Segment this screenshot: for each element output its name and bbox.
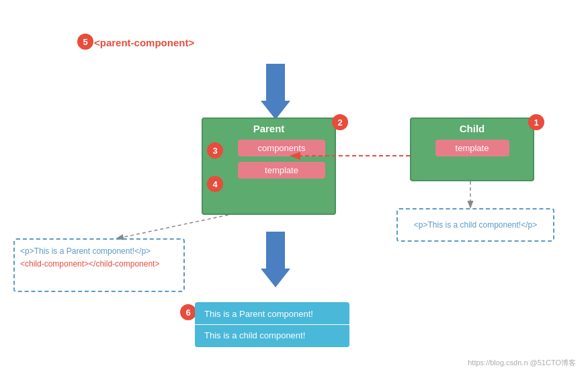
result-line2: This is a child component! [195,325,349,347]
badge-2: 2 [332,114,348,130]
arrow-head-mid [261,269,290,287]
arrow-head-top [261,101,290,120]
components-btn: components [238,140,325,156]
parent-component-label: <parent-component> [94,37,194,48]
components-row: components [222,140,335,156]
parent-box-to-template-arrow [118,215,228,238]
badge-1: 1 [528,114,544,130]
child-template-text: <p>This is a child component!</p> [414,220,537,230]
arrow-down-top [261,64,290,120]
parent-template-line1: <p>This is a Parent component!</p> [20,245,178,258]
child-box: Child template [410,117,534,181]
arrow-shaft-top [266,64,285,101]
child-box-title: Child [411,123,533,134]
child-template-btn: template [435,140,509,156]
parent-box-title: Parent [203,123,335,134]
parent-template-line2: <child-component></child-component> [20,258,178,271]
badge-6: 6 [180,304,196,320]
template-row: template [222,162,335,179]
result-line1: This is a Parent component! [195,302,349,325]
child-template-box: <p>This is a child component!</p> [396,208,554,242]
template-btn: template [238,162,325,179]
arrow-down-mid [261,232,290,287]
badge-3: 3 [207,142,223,158]
arrow-shaft-mid [266,232,285,269]
badge-4: 4 [207,176,223,192]
watermark: https://blog.csdn.n @51CTO博客 [468,358,576,368]
badge-5: 5 [77,34,93,50]
parent-template-box: <p>This is a Parent component!</p> <chil… [13,238,185,292]
parent-box: Parent components template [202,117,336,215]
result-box: This is a Parent component! This is a ch… [195,302,349,347]
